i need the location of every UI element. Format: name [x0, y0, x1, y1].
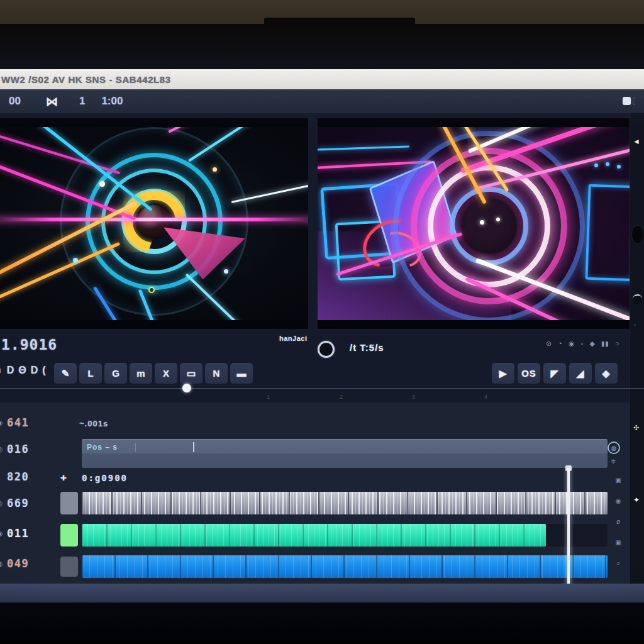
- d2-tool-icon[interactable]: D: [31, 365, 38, 376]
- tracks-icon: m: [136, 368, 145, 379]
- paren-tool-icon[interactable]: (: [42, 365, 45, 376]
- dot-icon[interactable]: ○: [615, 340, 619, 348]
- label-icon: L: [87, 368, 93, 379]
- flag-icon[interactable]: ◆: [589, 340, 594, 348]
- eye-icon[interactable]: ◎: [0, 499, 7, 508]
- display-icon: [623, 97, 635, 105]
- neon-dot: [224, 269, 228, 274]
- eye-icon[interactable]: ◉: [0, 530, 7, 538]
- neon-dot: [148, 287, 155, 293]
- play-button[interactable]: ▶: [492, 363, 514, 384]
- laptop-bezel-bottom: [0, 602, 644, 644]
- music-clip[interactable]: [82, 524, 546, 547]
- monitor-icon: ▭: [187, 368, 196, 379]
- editor-window: WW2 /S02 AV HK SNS - SAB442L83 00 ⋈ 1 1:…: [0, 69, 644, 602]
- marker-timecode-label: 0:g0900: [82, 473, 128, 483]
- zoom-slider-track[interactable]: [0, 388, 644, 389]
- quarter-icon[interactable]: ◔: [558, 340, 562, 348]
- keyframe-icon: N: [213, 368, 220, 379]
- eye-icon[interactable]: ◍: [0, 560, 7, 568]
- timeline-panel: ◉ 641 ◎ 016 ◐ 820 ◎ 669 ◉ 011 ◍ 049: [0, 402, 644, 584]
- side-sparkle-icon[interactable]: ✦: [633, 496, 640, 504]
- playhead[interactable]: [567, 468, 570, 587]
- eye-icon[interactable]: ◐: [0, 473, 7, 480]
- track-swatch[interactable]: [60, 492, 78, 514]
- slider-tick: 1: [267, 394, 270, 400]
- neon-dot: [73, 258, 78, 263]
- block-tool-button[interactable]: ▬: [230, 363, 253, 384]
- mini-tool-cluster: ◖ D Θ D (: [0, 365, 46, 376]
- clip-tool-button[interactable]: G: [104, 363, 127, 384]
- lock-toggle-icon[interactable]: ▣: [615, 539, 621, 546]
- photo-of-laptop-screen: WW2 /S02 AV HK SNS - SAB442L83 00 ⋈ 1 1:…: [0, 0, 644, 644]
- eye-icon[interactable]: ◎: [0, 445, 7, 453]
- pen-tool-button[interactable]: ✎: [54, 363, 77, 384]
- monitor-panel: ◄ ▫ hanJaci /t T:5/s 1.9016 ⊘ ◔ ◉ ▫ ◆ ▮▮…: [0, 113, 644, 402]
- d-tool-icon[interactable]: D: [7, 365, 14, 376]
- track-header-label: 049: [7, 557, 29, 570]
- navigator-circle-icon[interactable]: ◍: [608, 441, 620, 454]
- track-header-row[interactable]: ◉ 011: [0, 527, 55, 540]
- empty-lane-gap: [546, 524, 608, 547]
- ramp-button[interactable]: ◢: [569, 363, 592, 384]
- track-header-row[interactable]: ◍ 049: [0, 557, 55, 570]
- neon-core-sphere: [461, 198, 517, 254]
- dot-toggle-icon[interactable]: ○: [616, 560, 620, 567]
- theta-tool-icon[interactable]: Θ: [18, 365, 26, 376]
- snap-icon[interactable]: ⊘: [546, 340, 552, 348]
- source-monitor[interactable]: [0, 118, 308, 329]
- solo-toggle-icon[interactable]: ø: [616, 518, 620, 525]
- eye-icon[interactable]: ◉: [0, 419, 7, 427]
- monitor-tool-button[interactable]: ▭: [180, 363, 203, 384]
- loop-button[interactable]: OS: [518, 363, 540, 384]
- track-header-row[interactable]: ◎ 669: [0, 497, 55, 509]
- zoom-slider-handle[interactable]: [182, 384, 191, 392]
- navigator-playhead-tick: [193, 442, 194, 452]
- rate-label: /t T:5/s: [350, 342, 384, 353]
- label-tool-button[interactable]: L: [79, 363, 102, 384]
- track-swatch[interactable]: [60, 524, 78, 547]
- neon-dot: [606, 162, 609, 166]
- side-gear-icon[interactable]: ✣: [633, 424, 639, 432]
- tracks-tool-button[interactable]: m: [130, 363, 152, 384]
- track-header-label: 641: [7, 416, 29, 429]
- timeline-navigator-bar[interactable]: Pos – s: [82, 439, 608, 468]
- navigator-sub-icon[interactable]: ≑: [611, 458, 616, 465]
- corner-button[interactable]: ◤: [543, 363, 566, 384]
- side-dial-icon[interactable]: [633, 294, 642, 304]
- side-arrow-icon[interactable]: ◄: [633, 137, 640, 146]
- track-header-label: 820: [7, 470, 29, 483]
- track-swatch[interactable]: [60, 557, 78, 577]
- program-monitor[interactable]: [318, 118, 630, 329]
- dialog-clip[interactable]: [82, 555, 608, 578]
- neon-dot: [480, 220, 484, 225]
- clip-name-label: hanJaci: [279, 335, 307, 342]
- half-circle-tool-icon[interactable]: ◖: [0, 365, 3, 376]
- nav-button[interactable]: ◈: [595, 363, 618, 384]
- record-button[interactable]: [318, 341, 335, 358]
- neon-rectangle: [585, 184, 630, 282]
- clip-icon: G: [112, 368, 119, 379]
- edit-toolbar: ✎ L G m X ▭ N ▬: [54, 363, 253, 384]
- lock-toggle-icon[interactable]: ▣: [615, 477, 621, 484]
- navigator-tick: [135, 443, 136, 452]
- neon-dot: [213, 167, 217, 172]
- track-header-row[interactable]: ◉ 641: [0, 416, 55, 429]
- track-header-row[interactable]: ◐ 820: [0, 470, 55, 483]
- meter-icon[interactable]: ▮▮: [601, 340, 609, 348]
- video-clip[interactable]: [82, 492, 608, 514]
- ramp-icon: ◢: [577, 368, 585, 379]
- timeline-side-strip: ✣ ✦: [630, 402, 644, 584]
- neon-dot: [496, 218, 500, 221]
- marker-icon[interactable]: ▫: [580, 340, 583, 348]
- keyframe-tool-button[interactable]: N: [205, 363, 228, 384]
- razor-icon: X: [163, 368, 169, 379]
- add-marker-button[interactable]: +: [60, 472, 67, 484]
- sequence-info-bar: 00 ⋈ 1 1:00: [0, 89, 644, 113]
- target-icon[interactable]: ◉: [569, 340, 575, 348]
- side-knob-icon[interactable]: [631, 225, 644, 244]
- track-header-row[interactable]: ◎ 016: [0, 443, 55, 455]
- razor-tool-button[interactable]: X: [155, 363, 177, 384]
- side-small-icon[interactable]: ▫: [634, 322, 636, 328]
- mute-toggle-icon[interactable]: ◉: [616, 497, 621, 504]
